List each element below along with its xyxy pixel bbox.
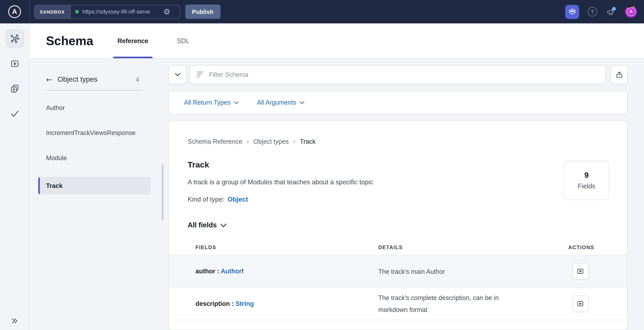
type-description: A track is a group of Modules that teach… xyxy=(188,179,627,186)
share-schema-button[interactable] xyxy=(611,65,628,84)
column-header-fields: FIELDS xyxy=(169,245,378,250)
fields-table-header: FIELDS DETAILS ACTIONS xyxy=(169,240,627,255)
all-fields-label: All fields xyxy=(188,221,217,229)
field-name-cell: description : String xyxy=(169,300,378,307)
arguments-label: All Arguments xyxy=(257,99,296,106)
announcements-button[interactable] xyxy=(606,6,616,17)
help-icon[interactable]: ? xyxy=(588,7,597,16)
panel-divider xyxy=(46,90,143,90)
field-actions-cell xyxy=(560,296,627,312)
breadcrumb: Schema Reference › Object types › Track xyxy=(169,121,627,145)
endpoint-url-input[interactable]: https://odyssey-lift-off-serve xyxy=(82,8,160,15)
content-area: ← Object types 4 Author IncrementTrackVi… xyxy=(30,59,644,330)
schema-graph-icon xyxy=(10,34,20,44)
object-type-item-module[interactable]: Module xyxy=(46,152,143,163)
run-in-explorer-button[interactable] xyxy=(572,296,589,312)
chevron-down-icon xyxy=(234,101,239,104)
expand-rail-button[interactable] xyxy=(0,316,30,325)
graph-url-pill: SANDBOX https://odyssey-lift-off-serve ⚙ xyxy=(34,5,180,19)
page-title: Schema xyxy=(30,34,93,48)
fields-count-box: 9 Fields xyxy=(564,161,609,200)
return-types-label: All Return Types xyxy=(184,99,231,106)
nav-schema-button[interactable] xyxy=(6,29,24,48)
column-header-details: DETAILS xyxy=(378,245,560,250)
table-row: author : Author! The track's main Author xyxy=(169,255,627,288)
chevron-down-icon xyxy=(175,73,180,76)
panel-scrollbar[interactable] xyxy=(162,164,164,220)
object-types-title: Object types xyxy=(58,75,130,84)
collapse-filter-button[interactable] xyxy=(168,65,186,84)
filter-schema-field xyxy=(190,65,606,84)
notification-dot xyxy=(612,7,616,10)
all-fields-toggle[interactable]: All fields xyxy=(188,221,627,229)
object-type-item-track[interactable]: Track xyxy=(38,177,151,194)
nav-explorer-button[interactable] xyxy=(6,55,24,73)
kind-label: Kind of type: xyxy=(188,196,224,203)
kind-object-link[interactable]: Object xyxy=(228,196,248,203)
top-bar: A SANDBOX https://odyssey-lift-off-serve… xyxy=(0,0,644,23)
field-name-cell: author : Author! xyxy=(169,268,378,275)
chevron-down-icon xyxy=(220,224,226,227)
return-types-dropdown[interactable]: All Return Types xyxy=(184,99,239,106)
topbar-right-cluster: ? A xyxy=(565,5,644,19)
nav-checks-button[interactable] xyxy=(6,105,24,123)
left-nav-rail xyxy=(0,23,30,330)
endpoint-url-group: https://odyssey-lift-off-serve ⚙ xyxy=(70,5,180,18)
field-type-link[interactable]: String xyxy=(236,300,254,307)
breadcrumb-separator: › xyxy=(247,138,249,145)
apollo-logo: A xyxy=(8,5,21,18)
breadcrumb-current: Track xyxy=(300,138,316,145)
back-arrow-icon[interactable]: ← xyxy=(46,76,52,83)
fields-count: 9 xyxy=(584,171,589,180)
field-type-link[interactable]: Author xyxy=(221,268,242,275)
connection-status-dot xyxy=(75,10,79,13)
main-column: All Return Types All Arguments Schema Re… xyxy=(168,65,628,330)
field-details-cell: The track's complete description, can be… xyxy=(378,292,522,316)
object-type-item-author[interactable]: Author xyxy=(46,102,143,113)
arguments-dropdown[interactable]: All Arguments xyxy=(257,99,304,106)
sandbox-badge: SANDBOX xyxy=(34,5,70,18)
publish-button[interactable]: Publish xyxy=(185,4,220,19)
fields-table: FIELDS DETAILS ACTIONS author : Author! … xyxy=(169,240,627,320)
breadcrumb-object-types[interactable]: Object types xyxy=(253,138,289,145)
megaphone-icon xyxy=(606,6,616,17)
share-icon xyxy=(615,70,623,79)
object-types-list: Author IncrementTrackViewsResponse Modul… xyxy=(46,102,143,194)
object-types-panel: ← Object types 4 Author IncrementTrackVi… xyxy=(46,75,143,194)
type-title: Track xyxy=(188,160,627,170)
checks-icon xyxy=(10,109,20,119)
sandbox-settings-button[interactable] xyxy=(565,5,579,19)
gear-icon[interactable]: ⚙ xyxy=(163,8,170,16)
fields-count-label: Fields xyxy=(578,183,595,190)
expand-double-chevron-icon xyxy=(10,316,19,325)
field-details-cell: The track's main Author xyxy=(378,265,522,277)
object-types-count: 4 xyxy=(136,76,143,83)
apollo-home-button[interactable]: A xyxy=(0,0,30,23)
tab-sdl[interactable]: SDL xyxy=(172,23,194,58)
table-row: description : String The track's complet… xyxy=(169,288,627,320)
filter-row xyxy=(168,65,628,84)
tab-reference[interactable]: Reference xyxy=(113,23,153,58)
page-header: Schema Reference SDL xyxy=(30,23,644,59)
play-action-icon xyxy=(576,267,584,275)
explorer-play-icon xyxy=(10,59,20,69)
play-action-icon xyxy=(576,300,584,308)
filter-schema-input[interactable] xyxy=(209,71,599,78)
column-header-actions: ACTIONS xyxy=(560,245,627,250)
object-type-item-incrementtrackviewsresponse[interactable]: IncrementTrackViewsResponse xyxy=(46,127,143,138)
app-window: A SANDBOX https://odyssey-lift-off-serve… xyxy=(0,0,644,330)
filter-lines-icon xyxy=(197,71,204,78)
type-filters-card: All Return Types All Arguments xyxy=(168,91,628,114)
chevron-down-icon xyxy=(300,101,304,104)
type-reference-card: Schema Reference › Object types › Track … xyxy=(168,120,628,330)
breadcrumb-schema-reference[interactable]: Schema Reference xyxy=(188,138,242,145)
nav-changelog-button[interactable] xyxy=(6,80,24,98)
field-actions-cell xyxy=(560,263,627,280)
avatar[interactable]: A xyxy=(625,6,637,17)
run-in-explorer-button[interactable] xyxy=(572,263,589,280)
sandbox-cube-icon xyxy=(568,7,576,16)
breadcrumb-separator: › xyxy=(293,138,296,145)
changelog-diff-icon xyxy=(10,84,20,94)
object-types-header: ← Object types 4 xyxy=(46,75,143,84)
kind-of-type-row: Kind of type:Object xyxy=(188,196,627,203)
